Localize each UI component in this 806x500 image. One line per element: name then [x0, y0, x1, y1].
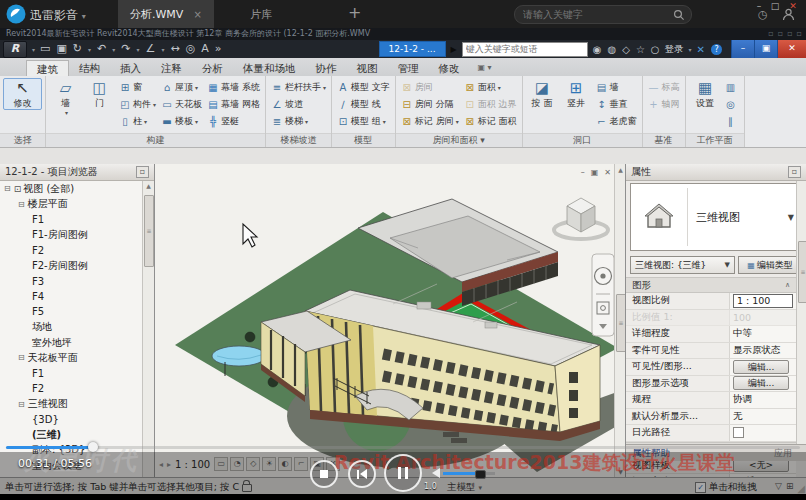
play-icon[interactable]: ▶ [451, 45, 457, 54]
ribbon-item-天花板[interactable]: ▭天花板 [159, 96, 204, 113]
property-checkbox[interactable] [733, 427, 744, 438]
tree-item[interactable]: F1 [0, 366, 142, 381]
player-maximize-button[interactable]: □ [768, 1, 782, 11]
ribbon-item-楼梯[interactable]: ≣楼梯▾ [269, 113, 328, 130]
close-icon[interactable]: ▫ [788, 166, 801, 178]
text-icon[interactable]: A [201, 41, 209, 57]
more-icon[interactable]: » [215, 41, 222, 57]
instance-selector[interactable]: 三维视图: {三维}▼ [630, 256, 735, 274]
type-selector[interactable]: 三维视图 ▼ [630, 183, 800, 251]
tag-icon[interactable]: ◎ [186, 41, 196, 57]
stop-button[interactable] [310, 460, 338, 488]
volume-track[interactable] [443, 472, 495, 475]
pause-button[interactable] [384, 454, 422, 492]
tree-item[interactable]: ⊟⊡视图 (全部) [0, 181, 142, 196]
collapse-icon[interactable]: ⊟ [18, 400, 25, 409]
playback-speed[interactable]: 1.0 [424, 482, 437, 491]
favorites-icon[interactable]: ☆ [636, 44, 645, 55]
drawing-area[interactable]: – ▣ ✕ ▲ ≡ ▼ ◂ ▸ 1 : 100 ▭◔◇☀◐⌐▣✕ [155, 164, 625, 477]
ribbon-button-设置[interactable]: ▦设置 [689, 78, 722, 108]
active-view-indicator[interactable]: 12-1-2 - ... [379, 41, 446, 57]
properties-titlebar[interactable]: 属性 ▫ [626, 164, 806, 181]
ribbon-tab-管理[interactable]: 管理 [388, 60, 429, 76]
ribbon-item-坡道[interactable]: ∠坡道 [269, 96, 328, 113]
ribbon-item-屋顶[interactable]: ⌂屋顶▾ [159, 79, 204, 96]
ribbon-tab-结构[interactable]: 结构 [69, 60, 110, 76]
player-close-button[interactable]: ✕ [786, 1, 800, 11]
properties-scrollbar[interactable]: ≡ [796, 181, 806, 461]
tree-item[interactable]: F2-房间图例 [0, 258, 142, 273]
player-mini-buttons[interactable]: ▫▫▫▫ [768, 29, 802, 38]
revit-search-input[interactable] [462, 42, 588, 57]
ribbon-tab-建筑[interactable]: 建筑 [26, 60, 69, 76]
ribbon-button-竖井[interactable]: ⊞竖井 [560, 78, 593, 108]
browser-scrollbar[interactable]: ▲ ≡ [142, 181, 154, 477]
ribbon-item-viewer-icon[interactable]: ◎ [723, 96, 741, 113]
ribbon-item-幕墙 网格[interactable]: ▤幕墙 网格 [205, 96, 262, 113]
ribbon-item-模型 线[interactable]: ∕模型 线 [335, 96, 392, 113]
revit-restore-button[interactable]: ▣ [754, 40, 777, 58]
revit-app-button[interactable]: R [3, 41, 27, 58]
ribbon-item-面积[interactable]: ⊠面积▾ [462, 79, 519, 96]
chevron-up-icon[interactable]: ∧ [785, 281, 790, 289]
ribbon-display-toggle-icon[interactable]: ▣ ▾ [478, 63, 492, 72]
tree-item[interactable]: F5 [0, 304, 142, 319]
ribbon-item-模型 文字[interactable]: A模型 文字 [335, 79, 392, 96]
exchange-icon[interactable]: ✕ [697, 44, 705, 55]
chevron-down-icon[interactable]: ▾ [137, 46, 140, 53]
ribbon-item-楼板[interactable]: ▬楼板▾ [159, 113, 204, 130]
new-tab-button[interactable]: + [348, 3, 361, 22]
save-icon[interactable]: ▣ [56, 41, 66, 57]
tree-item[interactable]: F2 [0, 381, 142, 396]
player-tab-1[interactable]: 分析.WMV× [118, 0, 214, 28]
property-value[interactable]: 100 [730, 310, 796, 326]
volume-control[interactable] [432, 468, 495, 478]
ribbon-item-墙[interactable]: ▤墙 [594, 79, 639, 96]
property-input[interactable]: 1 : 100 [733, 294, 793, 308]
ribbon-item-栏杆扶手[interactable]: ≡栏杆扶手▾ [269, 79, 328, 96]
open-icon[interactable]: ▭ [40, 41, 50, 57]
tree-item[interactable]: ⊟三维视图 [0, 396, 142, 411]
view-minimize-icon[interactable]: – [581, 168, 585, 177]
ribbon-tab-插入[interactable]: 插入 [110, 60, 151, 76]
property-value[interactable]: 编辑... [730, 376, 796, 392]
edit-type-button[interactable]: ▦ 编辑类型 [738, 256, 802, 274]
signin-icon[interactable]: ○ [651, 44, 660, 55]
tree-item[interactable]: F1-房间图例 [0, 227, 142, 242]
ribbon-item-幕墙 系统[interactable]: ▦幕墙 系统 [205, 79, 262, 96]
section-header-图形[interactable]: 图形∧ [626, 277, 796, 293]
tree-item[interactable]: F3 [0, 273, 142, 288]
chevron-down-icon[interactable]: ▾ [32, 46, 35, 53]
ribbon-button-按 面[interactable]: ◪按 面 [526, 78, 559, 108]
tree-item[interactable]: 室外地坪 [0, 335, 142, 350]
ribbon-item-垂直[interactable]: ↕垂直 [594, 96, 639, 113]
communication-icon[interactable]: ◍ [607, 44, 616, 55]
chevron-down-icon[interactable]: ▾ [689, 46, 692, 53]
progress-track[interactable] [6, 446, 800, 449]
close-icon[interactable]: ▫ [136, 166, 149, 178]
ribbon-button-修改[interactable]: ↖修改 [3, 78, 42, 110]
ribbon-item-show-workplane-icon[interactable]: ▥ [723, 79, 741, 96]
help-icon[interactable]: ? [711, 44, 722, 55]
view-restore-icon[interactable]: ▣ [591, 168, 599, 177]
tree-item[interactable]: (三维) [0, 427, 142, 442]
measure-icon[interactable]: ∠ [146, 41, 156, 57]
ribbon-item-房间 分隔[interactable]: ⊟房间 分隔 [399, 96, 461, 113]
ribbon-item-标记 面积[interactable]: ⊠标记 面积 [462, 113, 519, 130]
redo-icon[interactable]: ↷ [121, 41, 130, 57]
tree-item[interactable]: F4 [0, 289, 142, 304]
tree-item[interactable]: ⊟天花板平面 [0, 350, 142, 365]
chevron-down-icon[interactable]: ▾ [161, 46, 164, 53]
previous-button[interactable] [348, 460, 376, 488]
property-value[interactable]: 协调 [730, 392, 796, 408]
volume-handle[interactable] [475, 470, 486, 479]
property-edit-button[interactable]: 编辑... [733, 376, 789, 390]
revit-close-button[interactable]: ✕ [777, 40, 806, 58]
tree-item[interactable]: ⊟楼层平面 [0, 196, 142, 211]
sign-in-label[interactable]: 登录 [665, 43, 684, 56]
view-close-icon[interactable]: ✕ [604, 168, 611, 177]
sync-icon[interactable]: ↻ [73, 41, 82, 57]
player-minimize-button[interactable]: – [752, 1, 766, 11]
ribbon-item-refplane-icon[interactable]: ∥ [723, 113, 741, 130]
ribbon-tab-协作[interactable]: 协作 [306, 60, 347, 76]
